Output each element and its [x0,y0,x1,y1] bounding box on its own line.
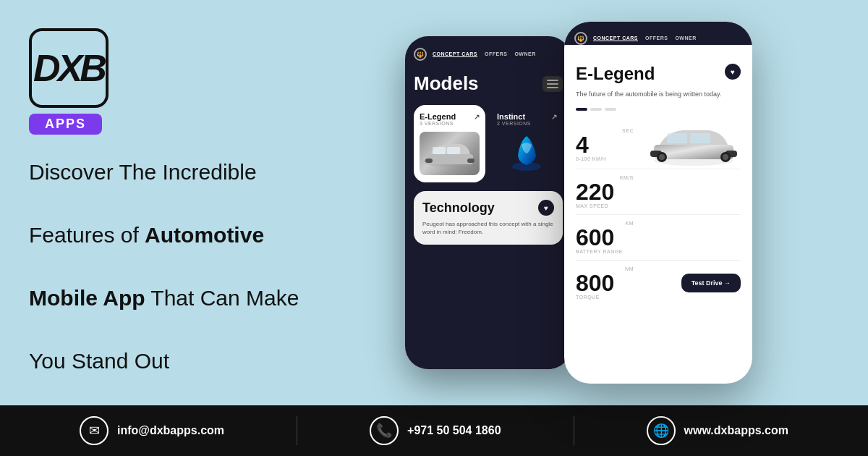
instinct-image [497,132,557,175]
phone-mockup-1: 🔱 CONCEPT CARS OFFERS OWNER Models [405,36,571,369]
models-title: Models [414,72,479,95]
phone1-nav: 🔱 CONCEPT CARS OFFERS OWNER [414,48,563,61]
dot-2 [590,108,602,111]
phone2-nav-offers: OFFERS [645,35,668,41]
spec-label-acceleration: 0-100 KM/H [576,156,606,161]
spec-unit-km: KM [626,221,634,226]
instinct-card-name: Instinct [497,112,525,121]
elegend-image [420,132,480,175]
contact-website: 🌐 www.dxbapps.com [647,416,788,445]
svg-rect-12 [690,133,710,143]
headline-line1: Discover The Incredible [29,156,304,188]
svg-point-14 [659,154,665,160]
contact-phone: 📞 +971 50 504 1860 [370,416,501,445]
tech-title: Technology [422,200,495,216]
spec-value-600: 600 [576,226,614,249]
peugeot-logo-2: 🔱 [574,32,587,45]
spec-label-speed: MAX SPEED [576,203,608,208]
email-address[interactable]: info@dxbapps.com [117,424,224,437]
elegend-card-name: E-Legend [420,112,456,121]
web-icon: 🌐 [647,416,676,445]
spec-value-4: 4 [576,133,589,156]
spec-car-image [641,127,741,163]
phone2-nav-concept: CONCEPT CARS [593,35,638,41]
spec-label-range: BATTERY RANGE [576,249,623,254]
phone-mockup-2: 🔱 CONCEPT CARS OFFERS OWNER E-Legend ♥ [564,22,752,384]
peugeot-logo-1: 🔱 [414,48,427,61]
website-url[interactable]: www.dxbapps.com [684,424,788,437]
left-section: DXB APPS Discover The Incredible Feature… [29,28,304,377]
nav-owner: OWNER [514,51,535,57]
logo-box: DXB [29,28,109,108]
content-area: DXB APPS Discover The Incredible Feature… [0,0,868,405]
specs-list: SEC 4 0-100 KM/H [576,121,741,305]
dot-3 [605,108,616,111]
headline-line3: Mobile App That Can Make [29,282,304,314]
spec-unit-nm: NM [625,266,634,271]
phone2-content: E-Legend ♥ The future of the automobile … [564,52,752,317]
spec-value-800: 800 [576,271,614,295]
tech-card: Technology ♥ Peugeot has approached this… [414,191,563,245]
instinct-car-svg [507,132,547,175]
spec-row-speed: KM/S 220 MAX SPEED [576,169,741,215]
headline-line4: You Stand Out [29,345,304,377]
headline: Discover The Incredible Features of Auto… [29,156,304,377]
spec-car-svg-1 [647,123,741,166]
phone1-nav-links: CONCEPT CARS OFFERS OWNER [433,51,536,57]
elegend-heart-button[interactable]: ♥ [725,64,741,80]
svg-rect-2 [425,159,433,163]
heart-button[interactable]: ♥ [538,200,554,216]
headline-line2: Features of Automotive [29,219,304,251]
phone2-nav: 🔱 CONCEPT CARS OFFERS OWNER [574,32,742,45]
phones-area: 🔱 CONCEPT CARS OFFERS OWNER Models [318,22,839,384]
nav-concept-cars: CONCEPT CARS [433,51,477,57]
divider-2 [574,416,574,445]
instinct-arrow: ↗ [551,113,557,121]
spec-row-acceleration: SEC 4 0-100 KM/H [576,121,741,169]
elegend-model-title: E-Legend [576,64,655,84]
spec-row-torque: NM 800 TORQUE Test Drive → [576,261,741,305]
models-header: Models [414,72,563,95]
phone2-nav-links: CONCEPT CARS OFFERS OWNER [593,35,697,41]
dot-1 [576,108,587,111]
spec-value-220: 220 [576,180,614,203]
logo-dxb-text: DXB [33,46,104,90]
spec-row-range: KM 600 BATTERY RANGE [576,215,741,261]
elegend-arrow: ↗ [474,113,480,121]
bottom-bar: ✉ info@dxbapps.com 📞 +971 50 504 1860 🌐 … [0,405,868,456]
svg-point-16 [723,154,728,160]
test-drive-button[interactable]: Test Drive → [681,274,741,292]
svg-rect-1 [427,154,473,164]
contact-email: ✉ info@dxbapps.com [80,416,224,445]
nav-offers: OFFERS [485,51,507,57]
filter-icon[interactable] [542,76,563,92]
main-container: DXB APPS Discover The Incredible Feature… [0,0,868,456]
svg-rect-3 [467,159,475,163]
elegend-description: The future of the automobile is being wr… [576,90,741,99]
phone2-top: 🔱 CONCEPT CARS OFFERS OWNER [564,22,752,45]
instinct-versions: 2 VERSIONS [497,121,557,126]
apps-badge: APPS [29,114,102,135]
svg-rect-5 [447,147,460,154]
tech-description: Peugeot has approached this concept with… [422,220,554,236]
instinct-card[interactable]: Instinct ↗ 2 VERSIONS [491,105,563,182]
carousel-dots [576,108,741,111]
divider-1 [297,416,297,445]
cars-grid: E-Legend ↗ 3 VERSIONS [414,105,563,182]
svg-rect-11 [667,133,687,143]
svg-rect-4 [433,147,446,154]
elegend-car-svg [421,138,479,169]
logo-container: DXB APPS [29,28,304,135]
spec-unit-kms: KM/S [620,175,634,180]
elegend-versions: 3 VERSIONS [420,121,480,126]
email-icon: ✉ [80,416,109,445]
elegend-header: E-Legend ♥ [576,64,741,84]
phone-icon: 📞 [370,416,399,445]
phone-number[interactable]: +971 50 504 1860 [407,424,501,437]
spec-unit-sec: SEC [622,128,634,133]
phone2-nav-owner: OWNER [675,35,696,41]
elegend-card[interactable]: E-Legend ↗ 3 VERSIONS [414,105,485,182]
spec-label-torque: TORQUE [576,295,600,300]
